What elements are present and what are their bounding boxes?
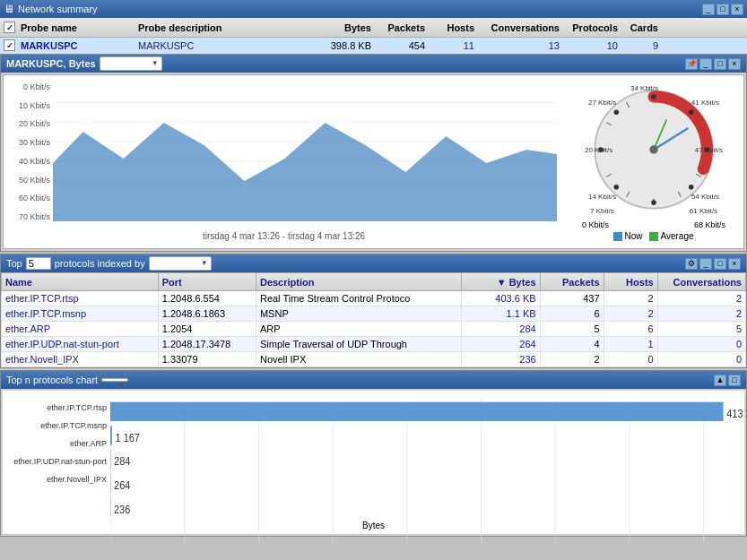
probe-name: ✓ MARKUSPC <box>4 39 138 51</box>
table-row[interactable]: ether.ARP 1.2054 ARP 284 5 6 5 <box>2 322 746 337</box>
title-bar-controls: _ □ × <box>702 4 743 15</box>
probe-conversations: 13 <box>474 40 560 51</box>
cell-port: 1.2048.6.1863 <box>158 306 256 322</box>
line-chart: 70 Kbit/s 60 Kbit/s 50 Kbit/s 40 Kbit/s … <box>4 75 564 248</box>
cell-hosts: 6 <box>604 322 657 337</box>
cell-hosts: 0 <box>604 352 657 367</box>
table-row[interactable]: ether.Novell_IPX 1.33079 Novell IPX 236 … <box>2 352 746 367</box>
col-header-name: ✓ Probe name <box>4 22 138 33</box>
panel1-pin-button[interactable]: 📌 <box>685 58 698 70</box>
col-header-conversations: Conversations <box>474 22 560 33</box>
panel2-maximize-button[interactable]: □ <box>714 258 726 270</box>
th-conversations: Conversations <box>657 273 745 291</box>
col-header-cards: Cards <box>618 22 658 33</box>
panel2-settings-button[interactable]: ⚙ <box>685 258 698 270</box>
bar-y-label: ether.IP.TCP.msnp <box>40 421 107 430</box>
panel1-maximize-button[interactable]: □ <box>714 58 726 70</box>
cell-name: ether.Novell_IPX <box>2 352 159 367</box>
panel3-header-left: Top n protocols chart <box>6 375 128 385</box>
probe-hosts: 11 <box>425 40 474 51</box>
panel1-close-button[interactable]: × <box>728 58 741 70</box>
chart-timestamp: tirsdag 4 mar 13:26 - tirsdag 4 mar 13:2… <box>4 231 564 241</box>
panel2-controls: ⚙ _ □ × <box>685 258 741 270</box>
cell-port: 1.2048.6.554 <box>158 291 256 306</box>
th-hosts: Hosts <box>604 273 657 291</box>
cell-conversations: 2 <box>657 306 745 322</box>
panel1-minimize-button[interactable]: _ <box>699 58 712 70</box>
cell-description: Real Time Stream Control Protoco <box>256 291 461 306</box>
panel1-dropdown[interactable]: Bytes <box>100 56 162 71</box>
probe-cards: 9 <box>618 40 658 51</box>
cell-packets: 2 <box>540 352 604 367</box>
cell-description: Novell IPX <box>256 352 461 367</box>
cell-conversations: 0 <box>657 352 745 367</box>
cell-description: Simple Traversal of UDP Through <box>256 337 461 352</box>
th-packets: Packets <box>540 273 604 291</box>
panel3-title: Top n protocols chart <box>6 375 98 385</box>
panel2-header: Top protocols indexed by Bytes ⚙ _ □ × <box>1 254 746 272</box>
chart-area: 70 Kbit/s 60 Kbit/s 50 Kbit/s 40 Kbit/s … <box>3 74 744 249</box>
cell-conversations: 0 <box>657 337 745 352</box>
probe-row[interactable]: ✓ MARKUSPC MARKUSPC 398.8 KB 454 11 13 1… <box>0 38 747 54</box>
cell-conversations: 2 <box>657 291 745 306</box>
panel2-dropdown[interactable]: Bytes <box>149 256 212 271</box>
title-bar: 🖥 Network summary _ □ × <box>0 0 747 18</box>
panel2-top-label: Top <box>6 258 22 269</box>
cell-name: ether.IP.UDP.nat-stun-port <box>2 337 159 352</box>
col-header-packets: Packets <box>371 22 425 33</box>
cell-port: 1.2054 <box>158 322 256 337</box>
bar-y-label: ether.ARP <box>70 439 107 448</box>
panel3: Top n protocols chart ▲ □ 050 000100 000… <box>0 370 747 537</box>
svg-text:236: 236 <box>114 504 130 515</box>
panel1-controls: 📌 _ □ × <box>685 58 741 70</box>
panel3-minimize-button[interactable]: ▲ <box>714 375 726 386</box>
bar-y-label: ether.IP.UDP.nat-stun-port <box>13 457 107 466</box>
bar-y-label: ether.Novell_IPX <box>47 475 107 484</box>
cell-bytes: 264 <box>462 337 540 352</box>
x-axis-label: Bytes <box>3 521 744 530</box>
panel2-close-button[interactable]: × <box>728 258 741 270</box>
table-row[interactable]: ether.IP.TCP.rtsp 1.2048.6.554 Real Time… <box>2 291 746 306</box>
panel3-maximize-button[interactable]: □ <box>728 375 741 386</box>
panel3-header: Top n protocols chart ▲ □ <box>1 371 746 389</box>
col-header-protocols: Protocols <box>560 22 618 33</box>
col-header-hosts: Hosts <box>425 22 474 33</box>
col-header-desc: Probe description <box>138 22 300 33</box>
probe-row-checkbox[interactable]: ✓ <box>4 39 15 51</box>
top-n-input[interactable] <box>26 257 51 270</box>
close-button[interactable]: × <box>731 4 743 15</box>
bar-y-label: ether.IP.TCP.rtsp <box>47 403 107 412</box>
cell-port: 1.33079 <box>158 352 256 367</box>
app-title: Network summary <box>18 4 98 14</box>
cell-bytes: 1.1 KB <box>462 306 540 322</box>
gauge-area: 34 Kbit/s 41 Kbit/s 27 Kbit/s 47 Kbit/s … <box>564 75 743 248</box>
cell-bytes: 236 <box>462 352 540 367</box>
panel1-header-left: MARKUSPC, Bytes Bytes <box>6 56 162 71</box>
panel2: Top protocols indexed by Bytes ⚙ _ □ × N… <box>0 254 747 368</box>
panel2-header-left: Top protocols indexed by Bytes <box>6 256 212 271</box>
legend-avg-color <box>649 232 658 241</box>
col-header-bytes: Bytes <box>300 22 371 33</box>
cell-packets: 6 <box>540 306 604 322</box>
cell-packets: 4 <box>540 337 604 352</box>
gauge-legend: Now Average <box>613 231 693 241</box>
svg-text:1 167: 1 167 <box>116 432 140 444</box>
cell-port: 1.2048.17.3478 <box>158 337 256 352</box>
title-icon: 🖥 <box>4 3 14 15</box>
th-port: Port <box>158 273 256 291</box>
table-row[interactable]: ether.IP.TCP.msnp 1.2048.6.1863 MSNP 1.1… <box>2 306 746 322</box>
cell-description: MSNP <box>256 306 461 322</box>
panel1-title: MARKUSPC, Bytes <box>6 58 96 69</box>
cell-hosts: 1 <box>604 337 657 352</box>
cell-conversations: 5 <box>657 322 745 337</box>
svg-rect-56 <box>110 426 112 444</box>
bar-chart-area: 050 000100 000150 000200 000250 000300 0… <box>3 391 744 534</box>
table-row[interactable]: ether.IP.UDP.nat-stun-port 1.2048.17.347… <box>2 337 746 352</box>
th-description: Description <box>256 273 461 291</box>
probe-checkbox[interactable]: ✓ <box>4 22 15 33</box>
panel2-minimize-button[interactable]: _ <box>699 258 712 270</box>
panel3-dropdown[interactable] <box>101 378 128 382</box>
svg-rect-54 <box>110 402 724 421</box>
maximize-button[interactable]: □ <box>717 4 729 15</box>
minimize-button[interactable]: _ <box>702 4 715 15</box>
